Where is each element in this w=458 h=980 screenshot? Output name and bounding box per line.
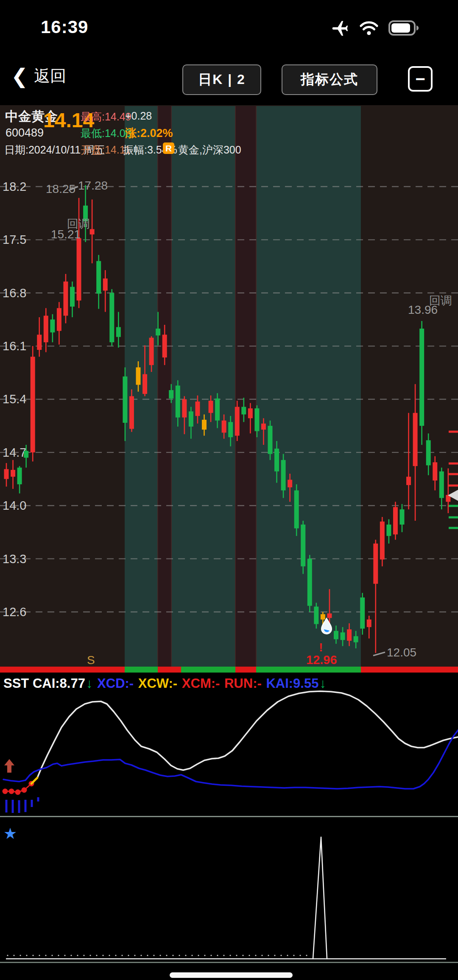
chart-annotation: S	[87, 653, 95, 667]
indicator-value: ↓	[319, 676, 326, 691]
y-axis-label: 13.3	[3, 552, 26, 566]
star-icon: ★	[3, 826, 17, 841]
indicator-value: XCM:-	[178, 676, 220, 691]
indicator-value: RUN:-	[221, 676, 261, 691]
low-value: 最低:14.00	[81, 126, 131, 140]
indicator-value: KAI:9.55	[263, 676, 319, 691]
status-icons	[331, 19, 420, 37]
indicator-value: SST CAI:8.77	[3, 676, 85, 691]
nav-bar: ❮ 返回 日K | 2 指标公式 −	[0, 63, 458, 99]
chart-annotation: 12.05	[387, 646, 416, 659]
status-bar: 16:39	[0, 13, 458, 42]
stock-header: 中金黄金 14.14 600489 日期:2024/10/11 周五 最高:14…	[0, 105, 458, 159]
high-value: 最高:14.49	[81, 110, 131, 124]
chart-annotation: !	[319, 641, 323, 654]
y-axis-label: 14.7	[3, 446, 26, 459]
indicator-value: XCD:-	[93, 676, 134, 691]
battery-icon	[388, 20, 420, 36]
indicator-value: ↓	[86, 676, 93, 691]
y-axis-label: 18.2	[3, 180, 26, 193]
stock-tags: 黄金,沪深300	[178, 143, 241, 157]
back-label: 返回	[34, 65, 66, 87]
pct-change-value: 涨:2.02%	[125, 126, 173, 141]
chart-annotation: 18.25	[46, 182, 75, 195]
indicator-formula-button[interactable]: 指标公式	[282, 64, 377, 95]
y-axis-label: 14.0	[3, 499, 26, 512]
change-value: +0.28	[125, 110, 152, 122]
y-axis-label: 17.5	[3, 233, 26, 246]
y-axis-label: 16.1	[3, 339, 26, 353]
indicator-values-row: SST CAI:8.77↓ XCD:- XCW:- XCM:- RUN:- KA…	[3, 676, 327, 691]
y-axis-label: 16.8	[3, 286, 26, 300]
period-button[interactable]: 日K | 2	[182, 64, 261, 95]
chevron-left-icon: ❮	[11, 66, 28, 87]
chart-annotation: 15.21	[51, 228, 81, 241]
r-badge: R	[163, 142, 174, 154]
collapse-button[interactable]: −	[408, 66, 433, 92]
status-time: 16:39	[41, 17, 88, 37]
screen: { "status_bar": { "time": "16:39" }, "na…	[0, 0, 458, 980]
indicator-value: XCW:-	[134, 676, 177, 691]
wifi-icon	[359, 20, 379, 36]
chart-annotation: 12.96	[306, 653, 337, 667]
airplane-mode-icon	[331, 19, 349, 37]
chart-annotation: 17.28	[78, 179, 108, 192]
y-axis-label: 12.6	[3, 605, 26, 619]
y-axis-label: 15.4	[3, 392, 26, 406]
minus-icon: −	[415, 70, 425, 87]
back-button[interactable]: ❮ 返回	[11, 65, 66, 87]
chart-annotation: 13.96	[408, 303, 438, 316]
stock-code: 600489	[6, 126, 44, 140]
